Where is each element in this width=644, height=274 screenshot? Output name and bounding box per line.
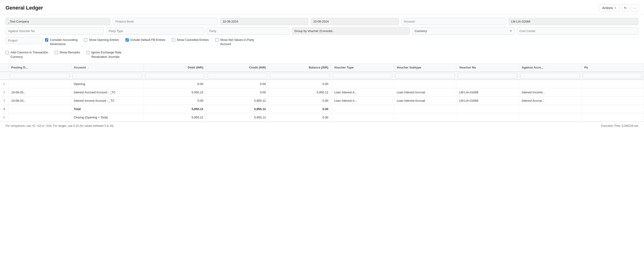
col-voucher-subtype: Voucher Subtype (394, 63, 456, 72)
table-row: 1Opening0.000.000.00 (0, 80, 644, 88)
header-actions: Actions ⇅ ↻ ··· (599, 4, 638, 12)
checkbox-row-4: Add Columns in TransactionCurrency Show … (6, 50, 638, 60)
against-voucher-input[interactable] (6, 28, 104, 35)
filter-voucher-no[interactable] (458, 73, 518, 79)
col-pa: Pa (581, 63, 644, 72)
show-net-values-checkbox[interactable]: Show Net Values in PartyAccount (215, 38, 254, 46)
account-value-input[interactable] (508, 18, 638, 25)
table-header-row: Posting D... Account ↕ Debit (INR) Credi… (0, 63, 644, 72)
filter-balance[interactable] (270, 73, 330, 79)
show-cancelled-checkbox[interactable]: Show Cancelled Entries (172, 38, 209, 42)
filter-pa[interactable] (583, 73, 642, 79)
finance-book-input[interactable] (113, 18, 218, 25)
table-row: 210-08-20...Interest Accrued Account - _… (0, 88, 644, 96)
add-columns-checkbox[interactable]: Add Columns in TransactionCurrency (6, 50, 48, 59)
to-date-input[interactable] (311, 18, 399, 25)
sort-icon: ↕ (88, 66, 89, 69)
filter-credit[interactable] (208, 73, 268, 79)
col-balance: Balance (INR) (269, 63, 331, 72)
filter-row-3: Consider AccountingDimensions Show Openi… (6, 37, 638, 47)
col-voucher-type: Voucher Type (331, 63, 394, 72)
checkbox-row-3: Consider AccountingDimensions Show Openi… (45, 37, 638, 47)
execution-time: Execution Time: 0.046229 sec (601, 124, 638, 127)
refresh-icon: ↻ (624, 6, 627, 10)
col-debit: Debit (INR) (144, 63, 206, 72)
more-options-button[interactable]: ··· (631, 4, 638, 12)
col-account[interactable]: Account ↕ (71, 63, 144, 72)
cost-center-input[interactable] (517, 28, 638, 35)
ignore-exchange-checkbox[interactable]: Ignore Exchange RateRevaluation Journals (86, 50, 121, 59)
page-title: General Ledger (6, 5, 43, 11)
filter-voucher-subtype[interactable] (395, 73, 455, 79)
party-input[interactable] (207, 28, 290, 35)
table-filter-row (0, 72, 644, 80)
filter-voucher-type[interactable] (333, 73, 392, 79)
page-header: General Ledger Actions ⇅ ↻ ··· (0, 0, 644, 15)
include-default-fb-checkbox[interactable]: Include Default FB Entries (126, 38, 166, 42)
consider-accounting-checkbox[interactable]: Consider AccountingDimensions (45, 38, 78, 46)
filter-row-2: Group by Voucher (Consolid.. Currency (6, 28, 638, 35)
actions-arrow-icon: ⇅ (614, 7, 616, 10)
table-row: 5Closing (Opening + Total)5,950.125,950.… (0, 113, 644, 121)
report-footer: For comparison, use >5, <10 or =324. For… (0, 122, 644, 130)
report-table: Posting D... Account ↕ Debit (INR) Credi… (0, 63, 644, 122)
col-voucher-no: Voucher No (456, 63, 519, 72)
company-input[interactable] (6, 18, 110, 25)
party-type-input[interactable] (106, 28, 204, 35)
table-body: 1Opening0.000.000.00210-08-20...Interest… (0, 80, 644, 122)
show-remarks-checkbox[interactable]: Show Remarks (55, 50, 80, 55)
footer-hint: For comparison, use >5, <10 or =324. For… (6, 124, 114, 127)
filter-account[interactable] (72, 73, 142, 79)
filter-row-1 (6, 18, 638, 25)
filter-against-account[interactable] (520, 73, 580, 79)
actions-button[interactable]: Actions ⇅ (599, 5, 620, 11)
filter-debit[interactable] (145, 73, 205, 79)
currency-select[interactable]: Currency (412, 28, 514, 35)
col-row-num (0, 63, 8, 72)
filters-panel: Group by Voucher (Consolid.. Currency Co… (0, 15, 644, 63)
col-against-account: Against Acco... (519, 63, 581, 72)
table-row: 310-08-20...Interest Income Account - _T… (0, 96, 644, 105)
table-row: 4Total5,950.125,950.120.00 (0, 105, 644, 113)
filter-posting-date[interactable] (10, 73, 70, 79)
project-input[interactable] (6, 37, 43, 44)
col-credit: Credit (INR) (206, 63, 269, 72)
ellipsis-icon: ··· (633, 6, 636, 10)
col-posting-date: Posting D... (8, 63, 71, 72)
account-label-input[interactable] (401, 18, 506, 25)
report-table-container: Posting D... Account ↕ Debit (INR) Credi… (0, 63, 644, 122)
from-date-input[interactable] (220, 18, 308, 25)
show-opening-checkbox[interactable]: Show Opening Entries (84, 38, 119, 42)
group-by-select[interactable]: Group by Voucher (Consolid.. (292, 28, 410, 35)
actions-label: Actions (602, 6, 613, 10)
refresh-button[interactable]: ↻ (622, 4, 629, 12)
